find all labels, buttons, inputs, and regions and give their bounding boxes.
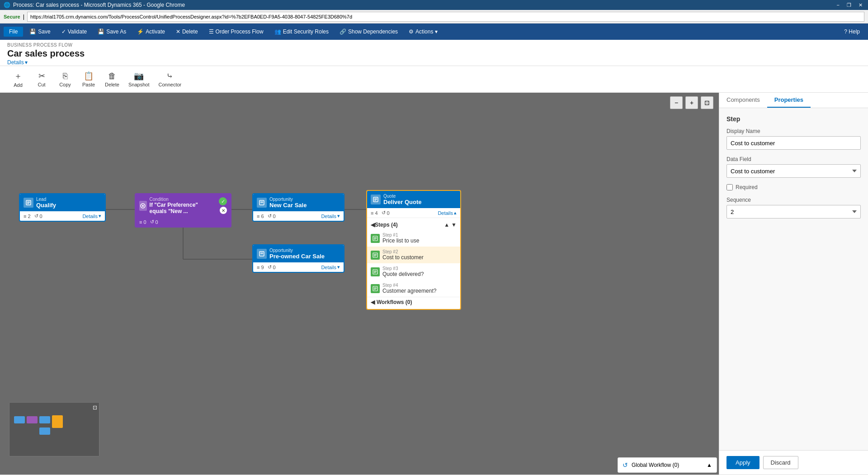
quote-footer: ≡ 4 ↺ 0 Details ▴ [367, 208, 460, 218]
required-checkbox[interactable] [726, 184, 733, 190]
condition-steps-badge: ≡ 0 [139, 219, 146, 225]
url-input[interactable] [27, 12, 864, 22]
required-group: Required [726, 184, 861, 190]
paste-button[interactable]: 📋 Paste [78, 69, 99, 89]
workflows-collapse-icon: ◀ [371, 299, 375, 305]
save-icon: 💾 [29, 28, 36, 35]
delete-button[interactable]: ✕ Delete [171, 27, 203, 37]
global-workflow-collapse-icon[interactable]: ▲ [707, 462, 712, 468]
zoom-in-button[interactable]: + [685, 96, 698, 109]
lead-details-button[interactable]: Details ▾ [82, 213, 101, 219]
step-item-1[interactable]: Step #1 Price list to use [367, 230, 460, 247]
chevron-down-icon: ▾ [337, 264, 340, 270]
display-name-input[interactable] [726, 136, 861, 150]
canvas[interactable]: − + ⊡ Lead Qualify ≡ 2 ↺ [0, 93, 719, 475]
quote-icon [371, 195, 381, 204]
save-button[interactable]: 💾 Save [25, 27, 55, 37]
page-header: BUSINESS PROCESS FLOW Car sales process … [0, 40, 868, 66]
lead-node[interactable]: Lead Qualify ≡ 2 ↺ 0 Details ▾ [19, 193, 106, 222]
file-button[interactable]: File [4, 27, 23, 37]
condition-icon [139, 201, 147, 211]
data-field-group: Data Field Cost to customer [726, 156, 861, 178]
snapshot-button[interactable]: 📷 Snapshot [125, 69, 153, 89]
tab-components[interactable]: Components [719, 93, 767, 108]
page-title: Car sales process [7, 48, 861, 59]
actions-icon: ⚙ [409, 28, 414, 35]
required-label: Required [736, 184, 758, 190]
display-name-group: Display Name [726, 128, 861, 150]
workflow-icon: ↺ [268, 213, 272, 219]
minimize-button[interactable]: − [835, 2, 841, 8]
opportunity-new-title: Opportunity New Car Sale [269, 197, 307, 209]
quote-node-header: Quote Deliver Quote [367, 191, 460, 208]
condition-node[interactable]: Condition If "Car Preference" equals "Ne… [135, 193, 231, 228]
workflow-icon: ↺ [34, 213, 38, 219]
opportunity-preowned-node[interactable]: Opportunity Pre-owned Car Sale ≡ 9 ↺ 0 D… [252, 244, 344, 273]
saveas-icon: 💾 [98, 28, 104, 35]
opp-new-workflows-badge: ↺ 0 [268, 213, 276, 219]
quote-details-button[interactable]: Details ▴ [438, 210, 457, 216]
pipe-divider: | [23, 13, 24, 20]
lead-steps-badge: ≡ 2 [24, 214, 31, 219]
delete-toolbar-button[interactable]: 🗑 Delete [101, 70, 123, 89]
data-field-select[interactable]: Cost to customer [726, 164, 861, 178]
order-flow-button[interactable]: ☰ Order Process Flow [204, 27, 268, 37]
validate-icon: ✓ [61, 28, 66, 35]
actions-button[interactable]: ⚙ Actions ▾ [404, 27, 442, 37]
steps-icon: ≡ [24, 214, 26, 219]
step-item-2[interactable]: Step #2 Cost to customer [367, 247, 460, 263]
add-icon: ＋ [14, 71, 22, 81]
validate-button[interactable]: ✓ Validate [57, 27, 91, 37]
opportunity-new-header: Opportunity New Car Sale [253, 194, 344, 211]
quote-title: Quote Deliver Quote [383, 194, 422, 205]
opportunity-new-node[interactable]: Opportunity New Car Sale ≡ 6 ↺ 0 Details… [252, 193, 344, 222]
minimap: ⊡ [9, 402, 99, 456]
add-button[interactable]: ＋ Add [7, 69, 29, 90]
main-content: − + ⊡ Lead Qualify ≡ 2 ↺ [0, 93, 868, 475]
security-button[interactable]: 👥 Edit Security Roles [270, 27, 333, 37]
condition-close-button[interactable]: ✕ [220, 207, 227, 214]
workflow-icon: ↺ [150, 219, 154, 225]
step-1-icon [371, 234, 380, 243]
steps-up-icon[interactable]: ▲ [444, 222, 449, 228]
connector-button[interactable]: ⤷ Connector [155, 69, 185, 89]
title-bar-left: 🌐 Process: Car sales process - Microsoft… [4, 2, 185, 8]
discard-button[interactable]: Discard [763, 456, 798, 469]
opportunity-new-footer: ≡ 6 ↺ 0 Details ▾ [253, 211, 344, 221]
step-item-3[interactable]: Step #3 Quote delivered? [367, 263, 460, 280]
data-field-label: Data Field [726, 156, 861, 162]
tab-properties[interactable]: Properties [767, 93, 811, 108]
apply-button[interactable]: Apply [726, 456, 760, 469]
restore-button[interactable]: ❐ [845, 2, 853, 8]
steps-down-icon[interactable]: ▼ [451, 222, 457, 228]
title-bar-icon: 🌐 [4, 2, 10, 8]
quote-node[interactable]: Quote Deliver Quote ≡ 4 ↺ 0 Details ▴ [366, 190, 461, 310]
delete-icon: ✕ [176, 28, 180, 35]
activate-button[interactable]: ⚡ Activate [132, 27, 170, 37]
cut-button[interactable]: ✂ Cut [31, 69, 52, 89]
workflows-header: ◀ Workflows (0) [367, 297, 460, 307]
lead-footer: ≡ 2 ↺ 0 Details ▾ [20, 211, 105, 221]
condition-title: Condition If "Car Preference" equals "Ne… [150, 197, 216, 214]
edit-toolbar: ＋ Add ✂ Cut ⎘ Copy 📋 Paste 🗑 Delete 📷 Sn… [0, 66, 868, 93]
details-link[interactable]: Details ▾ [7, 59, 28, 66]
condition-footer: ≡ 0 ↺ 0 [136, 217, 231, 227]
step-4-icon [371, 284, 380, 293]
copy-button[interactable]: ⎘ Copy [54, 70, 76, 89]
opp-preowned-details-button[interactable]: Details ▾ [321, 264, 340, 270]
opportunity-preowned-header: Opportunity Pre-owned Car Sale [253, 245, 344, 262]
help-button[interactable]: ? Help [840, 27, 864, 37]
sequence-select[interactable]: 2 [726, 205, 861, 218]
actions-chevron-icon: ▾ [435, 28, 438, 35]
zoom-out-button[interactable]: − [670, 96, 683, 109]
step-item-4[interactable]: Step #4 Customer agreement? [367, 280, 460, 297]
fit-button[interactable]: ⊡ [701, 96, 713, 109]
canvas-svg [0, 93, 719, 475]
close-button[interactable]: ✕ [857, 2, 864, 8]
opp-new-details-button[interactable]: Details ▾ [321, 213, 340, 219]
dependencies-button[interactable]: 🔗 Show Dependencies [335, 27, 402, 37]
quote-workflows-badge: ↺ 0 [382, 210, 390, 216]
steps-collapse-icon: ◀ [371, 222, 375, 228]
minimap-expand-button[interactable]: ⊡ [93, 404, 97, 411]
saveas-button[interactable]: 💾 Save As [93, 27, 131, 37]
